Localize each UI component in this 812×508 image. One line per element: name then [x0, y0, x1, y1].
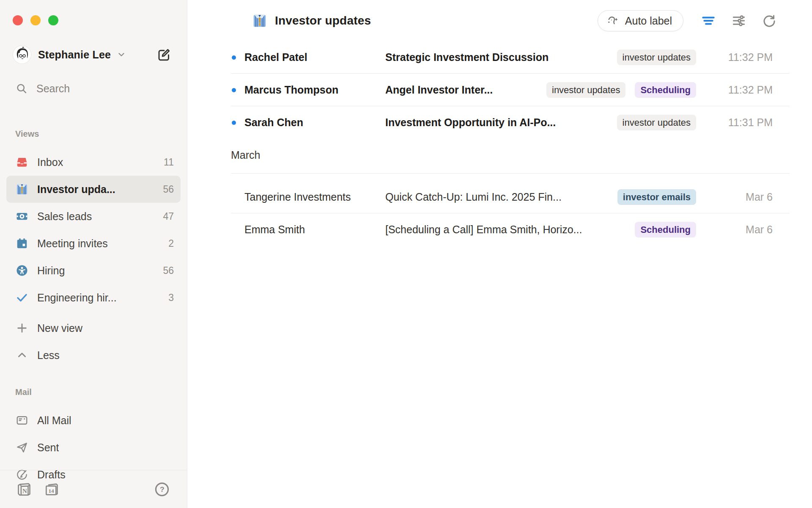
sidebar-footer: N 14 ? [0, 470, 187, 508]
email-subject: Angel Investor Inter... [385, 84, 546, 96]
banknote-icon [16, 210, 28, 223]
search-button[interactable]: Search [16, 78, 174, 99]
checkmark-icon [16, 291, 28, 304]
email-subject: Investment Opportunity in AI-Po... [385, 116, 617, 129]
sidebar-item-meeting-invites[interactable]: Meeting invites 2 [6, 230, 181, 257]
email-time: 11:31 PM [713, 116, 790, 129]
auto-label-button[interactable]: Auto label [598, 10, 683, 31]
email-time: 11:32 PM [713, 51, 790, 64]
inbox-tray-icon [16, 156, 28, 168]
profile-name: Stephanie Lee [38, 49, 111, 61]
header-controls: Auto label [598, 10, 778, 31]
unread-dot [232, 121, 236, 125]
all-mail-icon [16, 414, 28, 427]
search-label: Search [36, 83, 70, 95]
sidebar-item-investor-updates[interactable]: Investor upda... 56 [6, 176, 181, 203]
person-circle-icon [16, 264, 28, 277]
sidebar-item-sent[interactable]: Sent [6, 434, 181, 461]
calendar-icon [16, 237, 28, 250]
avatar [13, 45, 31, 64]
main-content: Investor updates Auto label [187, 0, 812, 508]
email-date: Mar 6 [713, 224, 790, 236]
display-settings-button[interactable] [730, 12, 748, 30]
unread-count: 3 [168, 292, 174, 304]
chevron-down-icon [117, 50, 126, 59]
email-row[interactable]: Marcus Thompson Angel Investor Inter... … [187, 74, 812, 106]
plus-icon [16, 322, 28, 334]
email-row[interactable]: Rachel Patel Strategic Investment Discus… [187, 41, 812, 74]
views-list: Inbox 11 Investor upda... 56 [0, 149, 187, 369]
sidebar-item-engineering-hiring[interactable]: Engineering hir... 3 [6, 284, 181, 311]
label-tag[interactable]: investor updates [617, 50, 696, 65]
send-plane-icon [16, 441, 28, 454]
label-tag[interactable]: investor emails [617, 189, 696, 205]
email-row[interactable]: Emma Smith [Scheduling a Call] Emma Smit… [187, 213, 812, 246]
label-tag[interactable]: Scheduling [635, 222, 696, 237]
email-subject: Strategic Investment Discussion [385, 51, 617, 64]
unread-count: 47 [163, 211, 174, 222]
svg-text:N: N [22, 487, 27, 494]
refresh-button[interactable] [760, 12, 778, 30]
unread-count: 2 [168, 238, 174, 249]
sidebar-item-inbox[interactable]: Inbox 11 [6, 149, 181, 176]
svg-text:14: 14 [48, 488, 54, 494]
chevron-up-icon [16, 349, 28, 362]
email-row[interactable]: Tangerine Investments Quick Catch-Up: Lu… [187, 181, 812, 213]
unread-dot [232, 88, 236, 92]
minimize-window-button[interactable] [30, 15, 41, 25]
new-view-button[interactable]: New view [6, 315, 181, 342]
unread-count: 56 [163, 184, 174, 195]
help-icon[interactable]: ? [154, 481, 170, 497]
email-sender: Emma Smith [244, 224, 385, 236]
compose-button[interactable] [156, 46, 173, 63]
views-section-label: Views [0, 129, 187, 141]
sidebar-item-sales-leads[interactable]: Sales leads 47 [6, 203, 181, 230]
search-icon [16, 83, 27, 94]
sliders-icon [731, 13, 746, 28]
notion-logo-icon[interactable]: N [16, 481, 32, 497]
window-controls [0, 0, 187, 25]
filter-icon [701, 13, 716, 28]
account-switcher[interactable]: Stephanie Lee [13, 44, 173, 65]
page-title: Investor updates [275, 14, 371, 28]
label-tag[interactable]: Scheduling [635, 82, 696, 98]
label-tag[interactable]: investor updates [617, 115, 696, 130]
close-window-button[interactable] [13, 15, 23, 25]
auto-label-wand-icon [606, 14, 619, 27]
refresh-icon [762, 13, 777, 28]
sidebar-item-hiring[interactable]: Hiring 56 [6, 257, 181, 284]
email-sender: Rachel Patel [244, 51, 385, 64]
email-row[interactable]: Sarah Chen Investment Opportunity in AI-… [187, 106, 812, 139]
svg-text:?: ? [160, 485, 165, 494]
email-sender: Sarah Chen [244, 116, 385, 129]
unread-count: 56 [163, 265, 174, 276]
email-list: Rachel Patel Strategic Investment Discus… [187, 41, 812, 246]
sidebar-item-all-mail[interactable]: All Mail [6, 407, 181, 434]
filter-button[interactable] [700, 12, 717, 30]
view-header: Investor updates Auto label [187, 0, 812, 31]
zoom-window-button[interactable] [48, 15, 58, 25]
necktie-icon [252, 13, 267, 28]
email-subject: [Scheduling a Call] Emma Smith, Horizo..… [385, 224, 635, 236]
unread-dot [232, 55, 236, 60]
email-date: Mar 6 [713, 191, 790, 203]
email-subject: Quick Catch-Up: Lumi Inc. 2025 Fin... [385, 191, 617, 203]
unread-count: 11 [164, 157, 174, 168]
email-sender: Tangerine Investments [244, 191, 385, 203]
date-group-header: March [187, 149, 812, 168]
sidebar: Stephanie Lee Search Views Inb [0, 0, 187, 508]
date-group-label: March [231, 149, 260, 161]
label-tag[interactable]: investor updates [546, 82, 625, 98]
email-time: 11:32 PM [713, 84, 790, 96]
email-sender: Marcus Thompson [244, 84, 385, 96]
mail-section-label: Mail [0, 387, 187, 399]
necktie-icon [16, 183, 28, 196]
notion-calendar-icon[interactable]: 14 [44, 481, 60, 497]
less-button[interactable]: Less [6, 342, 181, 369]
